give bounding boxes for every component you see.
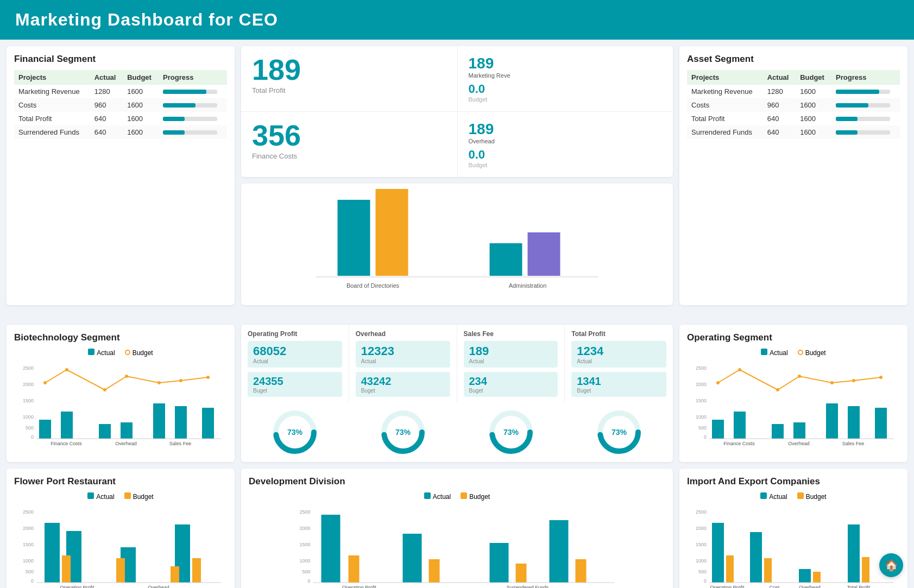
svg-rect-90: [322, 515, 341, 583]
svg-text:Operating Profit: Operating Profit: [342, 585, 377, 588]
kpi-overhead: Overhead 12323 Actual 43242 Buget: [349, 325, 457, 402]
budget-value: 1600: [123, 112, 159, 125]
svg-rect-93: [429, 559, 440, 583]
financial-table-row: Costs 960 1600: [14, 98, 227, 112]
svg-rect-0: [338, 200, 370, 276]
svg-text:1000: 1000: [299, 558, 310, 564]
donut-sf: 73%: [487, 408, 535, 459]
kpi-oh-actual: 12323 Actual: [356, 341, 450, 368]
col-budget: Budget: [123, 70, 159, 85]
svg-point-21: [65, 368, 68, 371]
svg-text:1500: 1500: [23, 542, 34, 547]
project-name: Marketing Revenue: [687, 85, 763, 98]
svg-rect-73: [45, 523, 60, 583]
svg-text:Operating Profit: Operating Profit: [60, 585, 94, 588]
svg-text:73%: 73%: [395, 428, 411, 437]
svg-text:Board of Directories: Board of Directories: [346, 282, 400, 289]
actual-value: 640: [90, 125, 123, 139]
actual-value: 960: [90, 98, 123, 112]
svg-point-62: [879, 376, 883, 379]
asset-col-projects: Projects: [687, 70, 763, 85]
flower-chart: 2500 2000 1500 1000 500 0 Operating Prof…: [14, 504, 227, 588]
svg-text:Finance Costs: Finance Costs: [51, 441, 82, 446]
svg-text:1500: 1500: [696, 542, 707, 547]
mid-chart-svg: Board of Directories Administration: [247, 189, 667, 298]
project-name: Costs: [687, 98, 763, 112]
svg-text:500: 500: [26, 425, 34, 431]
kpi-op-budget: 24355 Buget: [248, 372, 342, 397]
svg-rect-91: [349, 555, 360, 583]
svg-rect-54: [848, 406, 860, 439]
svg-rect-113: [848, 524, 860, 583]
import-export-card: Import And Export Companies Actual Budge…: [679, 469, 907, 588]
flower-budget-dot: [124, 492, 131, 499]
biotechnology-card: Biotechnology Segment Actual Budget 2500…: [7, 325, 235, 462]
asset-title: Asset Segment: [687, 54, 900, 65]
svg-rect-111: [799, 569, 811, 583]
svg-text:Total Profit: Total Profit: [847, 585, 871, 588]
asset-col-progress: Progress: [831, 70, 900, 85]
svg-text:0: 0: [704, 434, 707, 440]
budget-value: 1600: [796, 112, 831, 125]
operating-chart: 2500 2000 1500 1000 500 0 Finance Costs …: [687, 360, 900, 447]
budget-value: 1600: [123, 125, 159, 139]
svg-text:1000: 1000: [23, 558, 34, 564]
actual-value: 640: [763, 112, 796, 125]
svg-rect-95: [516, 564, 527, 583]
donut-oh: 73%: [379, 408, 427, 459]
biotechnology-title: Biotechnology Segment: [14, 332, 227, 343]
svg-rect-112: [813, 572, 821, 583]
svg-text:Overhead: Overhead: [115, 441, 137, 446]
svg-point-22: [103, 388, 106, 391]
actual-value: 640: [763, 125, 796, 139]
svg-rect-92: [403, 534, 422, 583]
svg-text:2000: 2000: [696, 526, 707, 531]
ie-budget-dot: [797, 492, 804, 499]
project-name: Surrendered Funds: [14, 125, 90, 139]
kpi-operating-profit: Operating Profit 68052 Actual 24355 Buge…: [241, 325, 349, 402]
page-title: Marketing Dashboard for CEO: [15, 10, 278, 29]
flower-legend: Actual Budget: [14, 492, 227, 501]
import-export-legend: Actual Budget: [687, 492, 900, 501]
home-button[interactable]: 🏠: [879, 553, 903, 577]
svg-point-56: [716, 381, 720, 384]
svg-rect-110: [764, 558, 772, 583]
svg-rect-13: [39, 420, 51, 439]
page-header: Marketing Dashboard for CEO: [0, 0, 914, 40]
operating-legend: Actual Budget: [687, 349, 900, 357]
budget-value: 1600: [123, 98, 159, 112]
svg-text:2500: 2500: [696, 509, 707, 515]
project-name: Total Profit: [14, 112, 90, 125]
svg-rect-49: [712, 420, 724, 439]
center-kpi-section: Operating Profit 68052 Actual 24355 Buge…: [241, 325, 673, 462]
svg-text:Administration: Administration: [509, 282, 547, 289]
actual-value: 1280: [763, 85, 796, 98]
budget-value: 1600: [796, 85, 831, 98]
progress-bar: [159, 98, 227, 112]
financial-table-row: Surrendered Funds 640 1600: [14, 125, 227, 139]
svg-text:1500: 1500: [299, 542, 310, 547]
progress-bar: [159, 112, 227, 125]
svg-rect-16: [121, 422, 133, 439]
col-progress: Progress: [159, 70, 227, 85]
svg-rect-78: [116, 558, 125, 583]
svg-point-60: [830, 381, 834, 384]
svg-text:Overhead: Overhead: [788, 441, 810, 446]
svg-rect-80: [192, 558, 201, 583]
svg-rect-109: [750, 532, 762, 583]
actual-legend-dot: [88, 349, 94, 355]
svg-point-57: [738, 368, 741, 371]
actual-value: 960: [763, 98, 796, 112]
actual-value: 640: [90, 112, 123, 125]
svg-text:500: 500: [698, 569, 707, 574]
svg-point-26: [206, 376, 210, 379]
svg-rect-96: [550, 520, 569, 583]
svg-text:Sales Fee: Sales Fee: [842, 441, 865, 446]
svg-text:2000: 2000: [23, 382, 34, 387]
svg-rect-14: [61, 412, 73, 439]
import-export-title: Import And Export Companies: [687, 476, 900, 487]
donut-tp: 73%: [595, 408, 644, 459]
financial-title: Financial Segment: [14, 54, 227, 65]
svg-rect-94: [490, 543, 509, 583]
asset-table-row: Total Profit 640 1600: [687, 112, 900, 125]
